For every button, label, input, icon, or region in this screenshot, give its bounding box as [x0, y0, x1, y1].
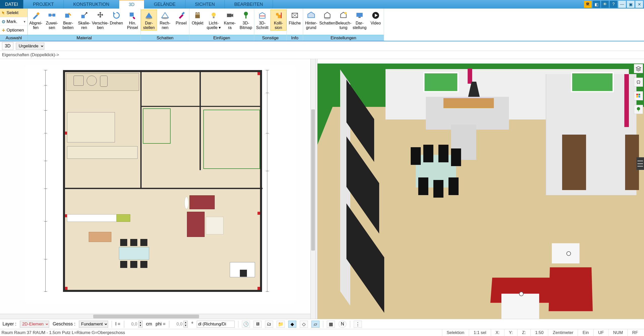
- tools-icon[interactable]: 🛠: [584, 1, 592, 8]
- folder-icon[interactable]: 📁: [277, 321, 285, 328]
- north-icon[interactable]: N: [338, 321, 346, 328]
- ribbon-schnitt3d[interactable]: 3D-Schnitt: [254, 10, 270, 30]
- ribbon-item-label: Pinsel: [127, 25, 138, 30]
- select-tool[interactable]: Selekt: [0, 9, 27, 17]
- eye-icon[interactable]: 👁: [601, 1, 609, 8]
- spin-up[interactable]: ▲: [138, 321, 142, 324]
- clock-icon[interactable]: 🕒: [242, 321, 250, 328]
- length-input[interactable]: [124, 321, 138, 328]
- tab-datei[interactable]: DATEI: [0, 0, 23, 9]
- scrollbar-thumb[interactable]: [93, 315, 199, 318]
- schatten_e-icon: [321, 10, 333, 20]
- ribbon-hin_pinsel[interactable]: Hin.Pinsel: [124, 10, 141, 30]
- ribbon-darstellung[interactable]: Dar-stellung: [351, 10, 368, 30]
- tab-projekt[interactable]: PROJEKT: [23, 0, 64, 9]
- unit-label: cm: [146, 321, 152, 327]
- ribbon-item-label: Verschie-: [92, 21, 109, 25]
- ribbon-kamera[interactable]: Kame-ra: [222, 10, 238, 30]
- tree-icon[interactable]: [634, 105, 643, 114]
- view-splitter[interactable]: [315, 59, 317, 319]
- mark-tool[interactable]: Mark. ▼: [0, 17, 27, 26]
- monitor-icon[interactable]: 🖥: [253, 321, 262, 328]
- degree-icon: °: [191, 321, 193, 327]
- palette-icon[interactable]: [634, 91, 643, 100]
- status-scale: 1:50: [530, 329, 548, 336]
- cursor-icon: [2, 11, 6, 15]
- layer-select[interactable]: 2D-Elemen: [20, 321, 49, 328]
- view-3d[interactable]: [317, 59, 644, 319]
- tab-3d[interactable]: 3D: [119, 0, 144, 9]
- dl-input[interactable]: [197, 321, 235, 328]
- ribbon-drehen[interactable]: Drehen: [108, 10, 124, 26]
- svg-rect-23: [357, 13, 363, 17]
- phi-input[interactable]: [169, 321, 183, 328]
- stack-icon[interactable]: 🗂: [265, 321, 273, 328]
- ribbon-item-label: Abgrei-: [29, 21, 42, 25]
- ribbon-abgreifen[interactable]: Abgrei-fen: [28, 10, 44, 30]
- layers-icon[interactable]: [634, 64, 643, 73]
- properties-hint-label: Eigenschaften (Doppelklick)->: [2, 52, 59, 57]
- camera-chair-icon[interactable]: [634, 78, 643, 87]
- darstellen-icon: [143, 10, 155, 20]
- horizontal-scrollbar[interactable]: [0, 314, 310, 319]
- restore-button[interactable]: ▣: [627, 1, 634, 8]
- ribbon-pinsel[interactable]: Pinsel: [173, 10, 189, 26]
- vertical-scrollbar[interactable]: [310, 59, 315, 319]
- status-left: Raum Raum 37 RAUM - 1.5cm Putz L=Räume G…: [2, 330, 125, 335]
- ribbon-bitmap3d[interactable]: 3D-Bitmap: [238, 10, 254, 30]
- ribbon-schatten_e[interactable]: Schatten: [319, 10, 335, 26]
- svg-point-31: [637, 107, 640, 110]
- window-icon[interactable]: ◧: [593, 1, 600, 8]
- ribbon-group-label: Einstellungen: [303, 35, 384, 41]
- tab-konstruktion[interactable]: KONSTRUKTION: [64, 0, 119, 9]
- door-icon: [562, 135, 586, 190]
- ribbon-item-label: Schatten: [319, 21, 335, 25]
- layer-wire-icon[interactable]: ◇: [300, 321, 308, 328]
- ribbon-zuweisen[interactable]: Zuwei-sen: [44, 10, 60, 30]
- help-icon[interactable]: ?: [610, 1, 617, 8]
- ribbon-item-label: sen: [49, 25, 55, 30]
- floorplan[interactable]: [63, 70, 262, 292]
- view-2d[interactable]: [0, 59, 310, 319]
- side-panel-handle[interactable]: [636, 157, 644, 170]
- ribbon-item-label: Skalie-: [78, 21, 90, 25]
- spin-down[interactable]: ▼: [138, 324, 142, 327]
- tab-bearbeiten[interactable]: BEARBEITEN: [225, 0, 273, 9]
- ribbon-verschieben[interactable]: Verschie-ben: [92, 10, 108, 30]
- ribbon-item-label: ren: [81, 25, 87, 30]
- ribbon-lichtquelle[interactable]: Licht-quelle ▾: [206, 10, 222, 30]
- ribbon-kollision[interactable]: Kolli-sion: [270, 10, 286, 30]
- ribbon-bearbeiten[interactable]: Bear-beiten: [60, 10, 76, 30]
- ribbon-skalieren[interactable]: Skalie-ren: [76, 10, 92, 30]
- svg-rect-12: [195, 14, 200, 15]
- layer-flat-icon[interactable]: ▱: [311, 321, 319, 328]
- ribbon-darstellen[interactable]: Dar-stellen: [141, 10, 157, 30]
- ribbon-hintergrund[interactable]: Hinter-grund: [303, 10, 319, 30]
- properties-hint-bar[interactable]: Eigenschaften (Doppelklick)->: [0, 51, 644, 59]
- ribbon-objekt[interactable]: Objekt: [189, 10, 206, 26]
- ribbon-beleuchtung[interactable]: Beleuch-tung: [335, 10, 351, 30]
- ribbon-item-label: fen: [33, 25, 39, 30]
- spin-up[interactable]: ▲: [183, 321, 187, 324]
- more-icon[interactable]: ⋮: [354, 321, 362, 328]
- terrain-select[interactable]: Urgelände: [16, 43, 44, 50]
- minimize-button[interactable]: —: [618, 1, 626, 8]
- layer-solid-icon[interactable]: ◆: [288, 321, 296, 328]
- dimension-ruler: [45, 70, 55, 292]
- ribbon-video[interactable]: Video: [368, 10, 384, 26]
- svg-rect-7: [130, 13, 134, 17]
- scrollbar-thumb[interactable]: [311, 109, 315, 251]
- phi-input-wrap: ▲▼: [169, 321, 188, 328]
- close-button[interactable]: ✕: [635, 1, 643, 8]
- ribbon-rechnen[interactable]: Rech-nen: [157, 10, 173, 30]
- toilet-icon: [100, 76, 108, 87]
- bitmap3d-icon: [240, 10, 252, 20]
- ribbon-flaeche[interactable]: Fläche: [287, 10, 303, 26]
- geschoss-select[interactable]: Fundament: [79, 321, 108, 328]
- options-tool[interactable]: Optionen: [0, 26, 27, 35]
- tab-gelaende[interactable]: GELÄNDE: [144, 0, 185, 9]
- svg-point-13: [212, 13, 216, 17]
- grid-icon[interactable]: ▦: [327, 321, 335, 328]
- tab-sichten[interactable]: SICHTEN: [185, 0, 225, 9]
- spin-down[interactable]: ▼: [183, 324, 187, 327]
